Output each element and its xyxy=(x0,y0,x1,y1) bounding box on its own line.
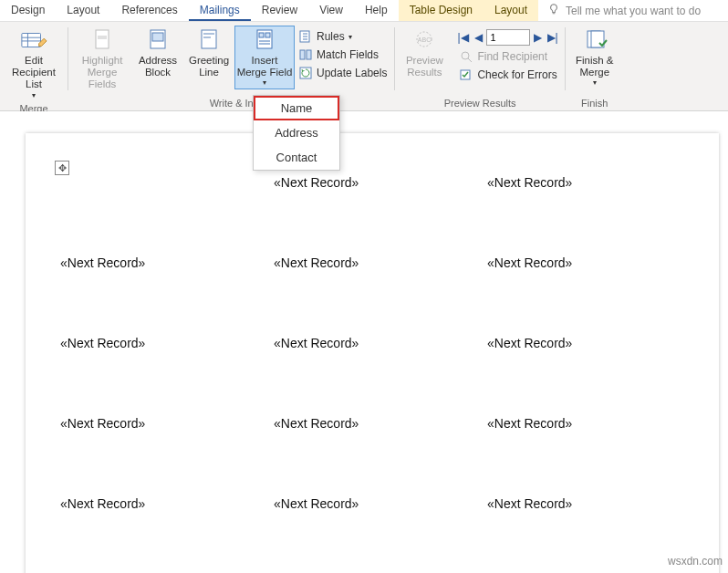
tab-table-layout[interactable]: Layout xyxy=(484,0,538,21)
svg-text:ABC: ABC xyxy=(418,36,431,43)
document-page[interactable]: ✥ «Next Record» «Next Record» «Next Reco… xyxy=(26,133,719,573)
update-labels-label: Update Labels xyxy=(317,67,387,79)
insert-merge-field-label: Insert Merge Field xyxy=(236,55,293,78)
svg-rect-12 xyxy=(259,33,264,37)
find-recipient-label: Find Recipient xyxy=(477,50,547,63)
preview-controls: |◀ ◀ ▶ ▶| Find Recipient Check for Error… xyxy=(455,26,560,84)
match-fields-button[interactable]: Match Fields xyxy=(295,46,390,64)
highlight-merge-fields-label: Highlight Merge Fields xyxy=(74,55,130,91)
group-label-preview: Preview Results xyxy=(399,96,560,110)
tab-design[interactable]: Design xyxy=(0,0,56,21)
greeting-line-icon xyxy=(197,27,221,53)
svg-line-23 xyxy=(468,58,472,62)
svg-rect-7 xyxy=(152,33,163,41)
group-finish: Finish & Merge ▾ Finish xyxy=(566,22,624,110)
group-label-write-insert: Write & In xyxy=(72,96,390,110)
menu-item-contact[interactable]: Contact xyxy=(254,145,339,170)
prev-record-button[interactable]: ◀ xyxy=(473,31,484,44)
tab-references[interactable]: References xyxy=(110,0,188,21)
label-cell[interactable]: «Next Record» xyxy=(60,336,274,350)
insert-merge-field-icon xyxy=(253,27,276,53)
label-cell[interactable]: «Next Record» xyxy=(60,496,274,511)
svg-rect-13 xyxy=(265,33,270,37)
greeting-line-label: Greeting Line xyxy=(185,55,233,78)
chevron-down-icon: ▾ xyxy=(263,78,266,87)
label-cell[interactable]: «Next Record» xyxy=(60,255,274,270)
preview-results-button[interactable]: ABC Preview Results xyxy=(399,26,450,80)
chevron-down-icon: ▾ xyxy=(348,33,352,41)
label-cell[interactable]: «Next Record» xyxy=(487,496,701,511)
label-cell[interactable]: «Next Record» xyxy=(274,255,487,270)
svg-rect-8 xyxy=(202,30,216,48)
finish-merge-button[interactable]: Finish & Merge ▾ xyxy=(569,26,620,89)
label-cell[interactable]: «Next Record» xyxy=(274,496,487,511)
edit-recipient-list-button[interactable]: Edit Recipient List ▾ xyxy=(4,26,64,101)
highlight-merge-fields-button[interactable]: Highlight Merge Fields xyxy=(72,26,132,93)
document-area: ✥ «Next Record» «Next Record» «Next Reco… xyxy=(0,111,728,544)
labels-grid: «Next Record» «Next Record» «Next Record… xyxy=(60,175,701,511)
tab-view[interactable]: View xyxy=(308,0,354,21)
finish-merge-icon xyxy=(581,27,608,53)
update-labels-button[interactable]: Update Labels xyxy=(295,64,390,82)
recipient-list-icon xyxy=(20,27,47,53)
find-recipient-button[interactable]: Find Recipient xyxy=(455,47,560,66)
update-labels-icon xyxy=(298,66,313,80)
lightbulb-icon xyxy=(547,3,560,18)
chevron-down-icon: ▾ xyxy=(593,78,597,87)
tell-me-label: Tell me what you want to do xyxy=(566,5,701,17)
group-start-merge: Edit Recipient List ▾ Merge xyxy=(0,22,68,110)
watermark: wsxdn.com xyxy=(668,555,723,568)
match-fields-label: Match Fields xyxy=(317,48,379,61)
group-label-finish: Finish xyxy=(569,96,620,110)
preview-icon: ABC xyxy=(411,27,438,53)
label-cell[interactable]: «Next Record» xyxy=(487,255,701,270)
label-cell[interactable]: «Next Record» xyxy=(274,175,487,190)
preview-results-label: Preview Results xyxy=(400,55,448,78)
last-record-button[interactable]: ▶| xyxy=(546,31,560,44)
edit-recipient-list-label: Edit Recipient List xyxy=(5,55,62,91)
insert-merge-field-button[interactable]: Insert Merge Field ▾ xyxy=(234,26,295,89)
first-record-button[interactable]: |◀ xyxy=(455,31,470,44)
svg-rect-0 xyxy=(22,34,41,47)
chevron-down-icon: ▾ xyxy=(32,91,36,99)
finish-merge-label: Finish & Merge xyxy=(571,55,619,78)
record-number-input[interactable] xyxy=(486,29,530,46)
group-preview-results: ABC Preview Results |◀ ◀ ▶ ▶| Find Recip… xyxy=(395,22,564,110)
menu-item-name[interactable]: Name xyxy=(254,96,339,120)
highlight-icon xyxy=(90,27,114,53)
tell-me[interactable]: Tell me what you want to do xyxy=(538,0,710,21)
table-move-handle-icon[interactable]: ✥ xyxy=(55,161,69,175)
tab-mailings[interactable]: Mailings xyxy=(189,0,251,21)
label-cell[interactable]: «Next Record» xyxy=(274,336,487,350)
address-block-button[interactable]: Address Block xyxy=(132,26,183,80)
label-cell[interactable] xyxy=(60,175,274,190)
label-cell[interactable]: «Next Record» xyxy=(487,336,701,350)
next-record-button[interactable]: ▶ xyxy=(532,31,544,44)
search-icon xyxy=(459,49,473,64)
menu-item-address[interactable]: Address xyxy=(254,120,339,145)
label-cell[interactable]: «Next Record» xyxy=(487,416,701,431)
label-cell[interactable]: «Next Record» xyxy=(60,416,274,431)
check-errors-button[interactable]: Check for Errors xyxy=(455,66,560,84)
tab-layout[interactable]: Layout xyxy=(56,0,110,21)
svg-rect-17 xyxy=(300,50,305,59)
label-cell[interactable]: «Next Record» xyxy=(274,416,487,431)
record-navigator: |◀ ◀ ▶ ▶| xyxy=(455,27,560,47)
tab-table-design[interactable]: Table Design xyxy=(399,0,484,21)
write-insert-small-buttons: Rules ▾ Match Fields Update Labels xyxy=(295,26,390,82)
rules-icon xyxy=(298,29,313,44)
insert-merge-field-menu: Name Address Contact xyxy=(253,95,340,171)
svg-rect-5 xyxy=(98,36,107,39)
ribbon: Edit Recipient List ▾ Merge Highlight Me… xyxy=(0,22,728,111)
match-fields-icon xyxy=(298,47,313,62)
tab-help[interactable]: Help xyxy=(354,0,399,21)
label-cell[interactable]: «Next Record» xyxy=(487,175,701,190)
rules-label: Rules xyxy=(317,30,345,43)
greeting-line-button[interactable]: Greeting Line xyxy=(183,26,234,80)
tab-review[interactable]: Review xyxy=(251,0,308,21)
address-block-icon xyxy=(146,27,170,53)
svg-point-22 xyxy=(462,52,469,59)
check-errors-label: Check for Errors xyxy=(477,68,556,81)
rules-button[interactable]: Rules ▾ xyxy=(295,27,390,46)
group-write-insert: Highlight Merge Fields Address Block Gre… xyxy=(68,22,394,110)
